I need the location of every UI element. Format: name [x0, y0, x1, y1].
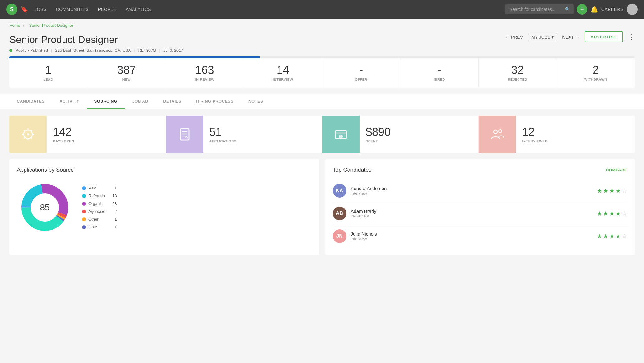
stats-container: 1 LEAD 387 NEW 163 IN-REVIEW 14 INTERVIE…: [9, 56, 635, 88]
referrals-label: Referrals: [88, 193, 105, 198]
nav-communities[interactable]: COMMUNITIES: [56, 6, 89, 13]
page-title: Senior Product Designer: [9, 34, 183, 45]
candidate-avatar-adam: AB: [333, 207, 346, 220]
candidate-stars-adam: ★ ★ ★ ★ ☆: [597, 210, 627, 217]
interviewed-label: INTERVIEWED: [522, 139, 548, 143]
search-input[interactable]: [510, 7, 562, 12]
paid-dot: [82, 186, 86, 190]
organic-label: Organic: [88, 201, 103, 206]
compare-button[interactable]: COMPARE: [606, 168, 627, 172]
bottom-section: Applications by Source: [9, 159, 635, 255]
agencies-dot: [82, 210, 86, 213]
agencies-count: 2: [107, 209, 117, 214]
sourcing-days-open: 142 DAYS OPEN: [9, 116, 166, 153]
days-open-label: DAYS OPEN: [53, 139, 74, 143]
candidate-kendra[interactable]: KA Kendra Anderson Interview ★ ★ ★ ★ ☆: [333, 179, 628, 202]
tab-details[interactable]: DETAILS: [156, 94, 189, 109]
agencies-label: Agencies: [88, 209, 105, 214]
svg-point-19: [494, 130, 497, 134]
candidate-stage-kendra: Interview: [351, 191, 593, 196]
legend-paid: Paid 1: [82, 186, 117, 190]
svg-line-7: [24, 137, 25, 138]
svg-point-9: [27, 133, 29, 135]
candidates-header: Top Candidates COMPARE: [333, 167, 628, 173]
candidate-adam[interactable]: AB Adam Brady In-Review ★ ★ ★ ★ ☆: [333, 202, 628, 225]
stat-hired[interactable]: - HIRED: [400, 58, 478, 88]
crm-label: CRM: [88, 225, 98, 229]
page-header: Senior Product Designer Public - Publish…: [0, 30, 644, 56]
other-label: Other: [88, 217, 99, 222]
candidate-julia[interactable]: JN Julia Nichols Interview ★ ★ ★ ★ ☆: [333, 225, 628, 247]
job-date: Jul 6, 2017: [163, 48, 183, 53]
page-header-left: Senior Product Designer Public - Publish…: [9, 31, 183, 53]
crm-count: 1: [107, 225, 117, 229]
paid-label: Paid: [88, 186, 96, 190]
tab-hiring-process[interactable]: HIRING PROCESS: [189, 94, 241, 109]
breadcrumb-current: Senior Product Designer: [29, 23, 73, 28]
legend-organic: Organic 28: [82, 201, 117, 206]
stat-inreview[interactable]: 163 IN-REVIEW: [166, 58, 244, 88]
stat-offer-value: -: [325, 64, 397, 76]
page-header-right: ← PREV MY JOBS ▾ NEXT → ADVERTISE ⋮: [505, 31, 635, 42]
job-status: Public - Published: [16, 48, 48, 53]
spent-label: SPENT: [366, 139, 391, 143]
nav-analytics[interactable]: ANALYTICS: [126, 6, 151, 13]
applications-card: Applications by Source: [9, 159, 319, 255]
chart-legend: Paid 1 Referrals 18 Organic 28 Agencies …: [82, 186, 117, 229]
breadcrumb-separator: /: [23, 23, 25, 28]
stat-withdrawn-label: WITHDRAWN: [560, 78, 632, 81]
stat-interview[interactable]: 14 INTERVIEW: [244, 58, 322, 88]
stat-rejected[interactable]: 32 REJECTED: [479, 58, 557, 88]
more-options-button[interactable]: ⋮: [628, 33, 635, 41]
my-jobs-button[interactable]: MY JOBS ▾: [528, 33, 557, 41]
nav-links: JOBS COMMUNITIES PEOPLE ANALYTICS: [35, 6, 502, 13]
search-bar[interactable]: 🔍: [505, 4, 574, 14]
tab-candidates[interactable]: CANDIDATES: [9, 94, 52, 109]
tab-sourcing[interactable]: SOURCING: [87, 94, 125, 109]
applications-info: 51 APPLICATIONS: [203, 126, 243, 143]
donut-chart: 85: [17, 179, 73, 236]
prev-button[interactable]: ← PREV: [505, 35, 523, 40]
sourcing-spent: $890 SPENT: [322, 116, 479, 153]
advertise-button[interactable]: ADVERTISE: [585, 31, 623, 42]
days-open-info: 142 DAYS OPEN: [47, 126, 80, 143]
interviewed-info: 12 INTERVIEWED: [516, 126, 554, 143]
organic-dot: [82, 202, 86, 206]
stat-offer[interactable]: - OFFER: [322, 58, 400, 88]
tab-job-ad[interactable]: JOB AD: [125, 94, 156, 109]
stat-hired-label: HIRED: [403, 78, 475, 81]
tab-activity[interactable]: ACTIVITY: [52, 94, 87, 109]
sourcing-applications: 51 APPLICATIONS: [166, 116, 322, 153]
next-button[interactable]: NEXT →: [562, 35, 579, 40]
nav-careers[interactable]: CAREERS: [601, 7, 623, 12]
nav-jobs[interactable]: JOBS: [35, 6, 47, 13]
tab-notes[interactable]: NOTES: [241, 94, 270, 109]
user-avatar[interactable]: [627, 4, 638, 15]
search-icon: 🔍: [565, 7, 570, 12]
candidate-stage-adam: In-Review: [351, 214, 593, 218]
interviewed-icon: [479, 116, 516, 153]
candidate-name-julia: Julia Nichols: [351, 231, 593, 236]
paid-count: 1: [107, 186, 117, 190]
other-count: 1: [107, 217, 117, 222]
navbar: S 🔖 JOBS COMMUNITIES PEOPLE ANALYTICS 🔍 …: [0, 0, 644, 19]
bookmark-icon[interactable]: 🔖: [21, 6, 28, 13]
legend-agencies: Agencies 2: [82, 209, 117, 214]
job-location: 225 Bush Street, San Francisco, CA, USA: [55, 48, 131, 53]
sourcing-cards: 142 DAYS OPEN 51 APPLICATIONS: [9, 116, 635, 153]
stat-new[interactable]: 387 NEW: [87, 58, 166, 88]
breadcrumb-home[interactable]: Home: [9, 23, 20, 28]
page-meta: Public - Published | 225 Bush Street, Sa…: [9, 48, 183, 53]
candidate-stars-julia: ★ ★ ★ ★ ☆: [597, 232, 627, 240]
interviewed-value: 12: [522, 126, 548, 139]
svg-point-20: [499, 130, 502, 133]
stat-hired-value: -: [403, 64, 475, 76]
stat-lead[interactable]: 1 LEAD: [9, 58, 87, 88]
candidate-name-kendra: Kendra Anderson: [351, 186, 593, 191]
status-dot: [9, 49, 12, 52]
bell-icon[interactable]: 🔔: [590, 6, 598, 13]
nav-people[interactable]: PEOPLE: [98, 6, 116, 13]
add-button[interactable]: +: [577, 4, 587, 15]
candidate-info-julia: Julia Nichols Interview: [351, 231, 593, 241]
stat-withdrawn[interactable]: 2 WITHDRAWN: [557, 58, 635, 88]
